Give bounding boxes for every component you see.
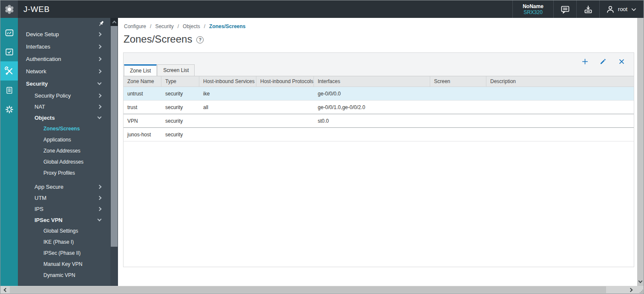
user-menu[interactable]: root [599, 0, 644, 18]
menu-scrollbar-thumb[interactable] [111, 26, 118, 247]
cell-interfaces: st0.0 [314, 118, 430, 124]
feedback-button[interactable] [553, 0, 576, 18]
chevron-down-icon [630, 6, 637, 13]
sidebar-item-label: IPS [34, 206, 43, 212]
cell-type: security [161, 91, 199, 97]
sidebar-item-label: Manual Key VPN [43, 261, 82, 267]
breadcrumb-separator: / [150, 23, 151, 29]
table-header-row: Zone Name Type Host-inbound Services Hos… [124, 76, 634, 87]
menu-scroll-up-button[interactable] [110, 18, 118, 26]
gear-icon [5, 105, 14, 114]
sidebar-item-label: Objects [34, 115, 55, 121]
chevron-right-icon [98, 69, 102, 74]
rail-item-monitor[interactable] [0, 42, 18, 61]
rail-item-report[interactable] [0, 81, 18, 100]
scroll-right-button[interactable] [627, 286, 636, 294]
sidebar-item-interfaces[interactable]: Interfaces [18, 40, 110, 53]
sidebar-item-nat[interactable]: NAT [18, 101, 110, 112]
horizontal-scrollbar-thumb[interactable] [10, 286, 606, 293]
sidebar-item-ips[interactable]: IPS [18, 203, 110, 214]
table-row-junos-host[interactable]: junos-host security [124, 128, 634, 141]
table-row-untrust[interactable]: untrust security ike ge-0/0/0.0 [124, 87, 634, 101]
help-icon[interactable]: ? [196, 36, 204, 43]
chevron-right-icon [98, 207, 102, 211]
chevron-right-icon [98, 196, 102, 200]
column-header-host-inbound-protocols: Host-inbound Protocols [256, 76, 314, 86]
breadcrumb-separator: / [204, 23, 205, 29]
page-title-row: Zones/Screens ? [124, 33, 204, 45]
sidebar-item-zone-addresses[interactable]: Zone Addresses [18, 145, 110, 156]
sidebar-item-utm[interactable]: UTM [18, 192, 110, 203]
monitor-check-icon [5, 47, 14, 57]
page-horizontal-scrollbar[interactable] [0, 286, 644, 294]
sidebar-item-label: Dynamic VPN [43, 272, 75, 278]
sidebar-item-global-addresses[interactable]: Global Addresses [18, 156, 110, 167]
add-zone-button[interactable] [581, 57, 589, 66]
scroll-down-button[interactable] [637, 278, 644, 285]
menu-scrollbar [110, 18, 118, 286]
scroll-left-button[interactable] [0, 286, 10, 294]
topbar-actions: NoName SRX320 [512, 0, 644, 18]
rail-item-configure[interactable] [0, 61, 18, 81]
sidebar-item-authentication[interactable]: Authentication [18, 53, 110, 65]
pencil-icon [599, 58, 607, 65]
sidebar-item-security-policy[interactable]: Security Policy [18, 90, 110, 101]
sidebar-item-proxy-profiles[interactable]: Proxy Profiles [18, 167, 110, 179]
rail-item-dashboard[interactable] [0, 23, 18, 42]
table-row-vpn[interactable]: VPN security st0.0 [124, 114, 634, 128]
sidebar-item-label: Security Policy [34, 92, 71, 99]
breadcrumb-item-configure[interactable]: Configure [124, 23, 146, 29]
device-model: SRX320 [523, 9, 543, 15]
download-config-button[interactable] [576, 0, 599, 18]
zones-panel: Zone List Screen List Zone Name Type Hos… [123, 52, 634, 267]
icon-rail [0, 18, 18, 286]
flower-logo-icon [4, 4, 15, 15]
resize-grip [636, 286, 644, 294]
sidebar-item-dynamic-vpn[interactable]: Dynamic VPN [18, 270, 110, 281]
sidebar-item-label: Zones/Screens [43, 126, 80, 132]
device-info: NoName SRX320 [512, 0, 553, 18]
breadcrumb-item-security[interactable]: Security [155, 23, 173, 29]
chevron-right-icon [98, 93, 102, 98]
tab-screen-list[interactable]: Screen List [157, 64, 195, 76]
panel-header: Zone List Screen List [124, 53, 634, 76]
cell-type: security [161, 118, 199, 124]
zones-table: Zone Name Type Host-inbound Services Hos… [124, 76, 634, 141]
sidebar-item-applications[interactable]: Applications [18, 134, 110, 145]
list-tabs: Zone List Screen List [124, 64, 195, 76]
page-vertical-scrollbar[interactable] [637, 18, 644, 286]
page-body: Device Setup Interfaces Authentication N… [0, 18, 644, 286]
tab-zone-list[interactable]: Zone List [124, 64, 157, 76]
pin-icon [98, 20, 105, 27]
sidebar-item-network[interactable]: Network [18, 65, 110, 78]
sidebar-item-label: Global Addresses [43, 159, 83, 165]
sidebar-item-device-setup[interactable]: Device Setup [18, 28, 110, 40]
breadcrumb-item-zones-screens: Zones/Screens [209, 23, 245, 29]
sidebar-item-zones-screens[interactable]: Zones/Screens [18, 123, 110, 134]
column-header-type: Type [161, 76, 199, 86]
sidebar-item-ipsec-vpn[interactable]: IPSec VPN [18, 214, 110, 225]
chevron-down-icon [98, 217, 102, 221]
column-header-interfaces: Interfaces [314, 76, 430, 86]
sidebar-item-manual-key-vpn[interactable]: Manual Key VPN [18, 259, 110, 270]
sidebar-item-ipsec-phase-2[interactable]: IPSec (Phase II) [18, 248, 110, 259]
sidebar-item-security[interactable]: Security [18, 78, 110, 90]
sidebar-item-label: Security [26, 81, 48, 87]
rail-item-settings[interactable] [0, 100, 18, 119]
sidebar-item-label: App Secure [34, 184, 63, 190]
delete-zone-button[interactable] [617, 57, 626, 66]
sidebar-item-ike-phase-1[interactable]: IKE (Phase I) [18, 236, 110, 248]
table-row-trust[interactable]: trust security all ge-0/0/1.0,ge-0/0/2.0 [124, 101, 634, 114]
user-name: root [618, 6, 627, 12]
breadcrumb-item-objects[interactable]: Objects [183, 23, 200, 29]
edit-zone-button[interactable] [599, 57, 607, 66]
sidebar-item-app-secure[interactable]: App Secure [18, 181, 110, 192]
sidebar-item-global-settings[interactable]: Global Settings [18, 225, 110, 236]
pin-menu-button[interactable] [98, 20, 105, 29]
sidebar-item-objects[interactable]: Objects [18, 112, 110, 123]
sidebar-item-label: NAT [34, 104, 45, 110]
chevron-down-icon [638, 279, 643, 283]
chevron-right-icon [98, 184, 102, 189]
chevron-right-icon [98, 57, 102, 61]
sidebar-item-label: IPSec (Phase II) [43, 250, 80, 256]
